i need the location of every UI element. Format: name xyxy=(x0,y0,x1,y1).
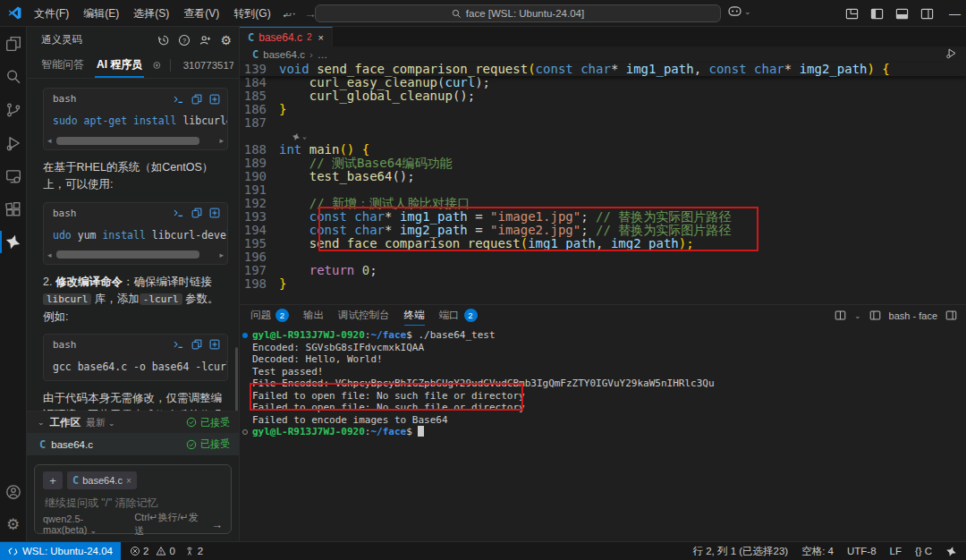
scroll-right-icon[interactable]: ▸ xyxy=(219,250,224,259)
brackets-icon: {} xyxy=(915,546,922,556)
c-file-icon: C xyxy=(39,438,46,451)
copy-icon[interactable] xyxy=(191,94,202,105)
menu-item-1[interactable]: 编辑(E) xyxy=(76,4,126,22)
send-button[interactable]: → xyxy=(211,518,223,531)
terminal-line-2: Decoded: Hello, World! xyxy=(240,353,966,366)
run-in-terminal-icon[interactable] xyxy=(173,94,184,105)
panel-tab-4[interactable]: 端口2 xyxy=(439,305,478,326)
help-icon[interactable]: ? xyxy=(178,34,191,47)
close-tab-icon[interactable]: × xyxy=(318,32,324,43)
source-control-icon[interactable] xyxy=(0,93,27,126)
copilot-menu[interactable]: ⌄ xyxy=(728,5,751,17)
run-in-terminal-icon[interactable] xyxy=(173,208,184,218)
tongyi-status-icon[interactable] xyxy=(945,546,957,557)
chat-input-box[interactable]: + C base64.c × 继续提问或 "/" 清除记忆 qwen2.5-ma… xyxy=(34,464,232,534)
run-in-terminal-icon[interactable] xyxy=(173,339,184,350)
terminal-shell-label[interactable]: bash - face xyxy=(889,310,937,321)
copy-icon[interactable] xyxy=(191,339,202,350)
remove-chip-icon[interactable]: × xyxy=(126,476,131,486)
toggle-sidebar-icon[interactable] xyxy=(870,7,884,21)
terminal[interactable]: gyl@L-R913J7WJ-0920:~/face$ ./base64_tes… xyxy=(240,326,966,541)
assistant-settings-icon[interactable]: ⚙ xyxy=(220,33,232,47)
menu-item-2[interactable]: 选择(S) xyxy=(126,4,176,22)
menu-item-0[interactable]: 文件(F) xyxy=(27,4,76,22)
toggle-secondary-sidebar-icon[interactable] xyxy=(920,7,934,21)
code-editor[interactable]: 139void send_face_comparison_request(con… xyxy=(240,63,966,291)
terminal-line-3: Test passed! xyxy=(240,366,966,378)
search-icon[interactable] xyxy=(0,60,27,93)
scroll-left-icon[interactable]: ◂ xyxy=(47,250,52,259)
scrollbar-thumb[interactable] xyxy=(56,137,199,145)
tongyi-lingma-icon[interactable] xyxy=(0,225,27,259)
ports-status[interactable]: 2 xyxy=(184,546,203,556)
code-line-139: 139void send_face_comparison_request(con… xyxy=(240,63,966,76)
remote-explorer-icon[interactable] xyxy=(0,159,27,192)
account-label[interactable]: 310773517@… xyxy=(180,60,233,71)
chevron-down-icon: ⌄ xyxy=(302,132,307,140)
customize-layout-icon[interactable] xyxy=(845,7,859,21)
sort-latest[interactable]: 最新 ⌄ xyxy=(86,416,115,429)
horizontal-scrollbar[interactable]: ◂▸ xyxy=(44,134,227,149)
insert-code-icon[interactable] xyxy=(209,94,220,105)
panel-layout-icon[interactable] xyxy=(945,310,957,321)
tab-ai-programmer[interactable]: AI 程序员 xyxy=(95,53,144,78)
search-icon xyxy=(452,9,462,19)
panel-tab-0[interactable]: 问题2 xyxy=(250,305,289,326)
add-context-button[interactable]: + xyxy=(43,471,63,489)
breadcrumb[interactable]: C base64.c › … xyxy=(240,47,966,63)
tab-smart-qa[interactable]: 智能问答 xyxy=(39,53,86,78)
toggle-panel-icon[interactable] xyxy=(895,7,909,21)
menu-item-4[interactable]: 转到(G) xyxy=(226,4,277,22)
context-file-chip[interactable]: C base64.c × xyxy=(67,471,137,489)
encoding[interactable]: UTF-8 xyxy=(847,546,877,556)
editor-tab-base64c[interactable]: C base64.c 2 × xyxy=(240,27,333,47)
new-session-icon[interactable] xyxy=(153,59,161,72)
panel-tab-3[interactable]: 终端 xyxy=(404,305,425,326)
settings-gear-icon[interactable]: ⚙ xyxy=(0,508,27,541)
run-code-icon[interactable] xyxy=(945,47,957,59)
status-bar: WSL: Ubuntu-24.04 2 0 2 行 2, 列 1 (已选择23)… xyxy=(0,541,966,560)
eol-sequence[interactable]: LF xyxy=(890,546,902,556)
workspace-section-header[interactable]: ⌄ 工作区 最新 ⌄ 已接受 xyxy=(27,411,239,433)
terminal-line-0: gyl@L-R913J7WJ-0920:~/face$ ./base64_tes… xyxy=(240,329,966,342)
cursor-position[interactable]: 行 2, 列 1 (已选择23) xyxy=(692,545,788,558)
horizontal-scrollbar[interactable]: ◂▸ xyxy=(44,249,227,264)
panel-scrollbar[interactable] xyxy=(235,347,238,411)
scrollbar-thumb[interactable] xyxy=(56,250,199,259)
minimize-icon[interactable]: — xyxy=(949,7,961,21)
insert-code-icon[interactable] xyxy=(209,208,220,218)
terminal-line-4: File Encoded: VGhpcyBpcyBhIGZpbGUgY29udG… xyxy=(240,378,966,390)
c-file-icon: C xyxy=(72,474,79,487)
code-line-198: 198} xyxy=(240,277,966,291)
workspace-file-row[interactable]: C base64.c 已接受 xyxy=(27,433,239,455)
back-icon[interactable]: ← xyxy=(281,6,293,21)
chat-input-placeholder[interactable]: 继续提问或 "/" 清除记忆 xyxy=(43,489,223,511)
language-mode[interactable]: {} C xyxy=(915,546,932,556)
codelens-tongyi[interactable]: ⌄ xyxy=(240,130,966,143)
explorer-icon[interactable] xyxy=(0,27,27,60)
command-center-search[interactable]: face [WSL: Ubuntu-24.04] xyxy=(315,4,721,22)
panel-tab-2[interactable]: 调试控制台 xyxy=(338,305,390,326)
scroll-left-icon[interactable]: ◂ xyxy=(47,136,52,145)
copy-icon[interactable] xyxy=(191,208,202,218)
line-number: 184 xyxy=(240,76,279,89)
account-icon[interactable] xyxy=(0,475,27,508)
panel-tab-bar: 问题2输出调试控制台终端端口2 ⌄ bash - face xyxy=(240,305,966,326)
history-icon[interactable] xyxy=(157,34,170,47)
problems-status[interactable]: 2 0 xyxy=(130,546,175,556)
error-icon xyxy=(130,546,140,556)
chevron-down-icon[interactable]: ⌄ xyxy=(854,311,861,320)
extensions-icon[interactable] xyxy=(0,192,27,225)
code-line-192: 192 // 新增：测试人脸比对接口 xyxy=(240,197,966,210)
indentation[interactable]: 空格: 4 xyxy=(801,545,834,558)
model-selector[interactable]: qwen2.5-max(beta) ⌄ xyxy=(43,513,127,535)
insert-code-icon[interactable] xyxy=(209,339,220,350)
split-terminal-icon[interactable] xyxy=(835,310,846,321)
code-line-186: 186} xyxy=(240,103,966,116)
invite-user-icon[interactable] xyxy=(199,34,212,47)
scroll-right-icon[interactable]: ▸ xyxy=(219,136,224,145)
menu-item-3[interactable]: 查看(V) xyxy=(176,4,226,22)
run-debug-icon[interactable] xyxy=(0,126,27,159)
panel-tab-1[interactable]: 输出 xyxy=(303,305,324,326)
remote-indicator[interactable]: WSL: Ubuntu-24.04 xyxy=(0,542,121,560)
